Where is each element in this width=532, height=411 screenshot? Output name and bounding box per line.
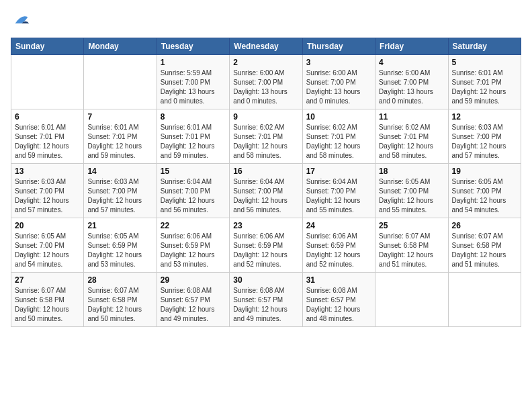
day-number: 15 <box>161 167 226 176</box>
day-cell <box>84 55 157 109</box>
day-number: 22 <box>161 221 226 230</box>
day-info: Sunrise: 6:01 AM Sunset: 7:01 PM Dayligh… <box>452 68 517 106</box>
day-info: Sunrise: 6:07 AM Sunset: 6:58 PM Dayligh… <box>87 286 152 324</box>
day-info: Sunrise: 6:01 AM Sunset: 7:01 PM Dayligh… <box>87 123 152 161</box>
day-header-tuesday: Tuesday <box>157 38 229 55</box>
day-number: 4 <box>379 58 444 67</box>
day-info: Sunrise: 6:05 AM Sunset: 7:00 PM Dayligh… <box>379 177 444 215</box>
day-info: Sunrise: 6:02 AM Sunset: 7:01 PM Dayligh… <box>379 123 444 161</box>
day-number: 1 <box>161 58 226 67</box>
day-cell: 14Sunrise: 6:03 AM Sunset: 7:00 PM Dayli… <box>84 164 157 218</box>
day-info: Sunrise: 6:06 AM Sunset: 6:59 PM Dayligh… <box>306 232 371 269</box>
day-number: 26 <box>452 221 517 230</box>
day-number: 17 <box>306 167 371 176</box>
day-info: Sunrise: 6:00 AM Sunset: 7:00 PM Dayligh… <box>379 68 444 106</box>
day-cell: 8Sunrise: 6:01 AM Sunset: 7:01 PM Daylig… <box>157 109 229 164</box>
day-cell: 6Sunrise: 6:01 AM Sunset: 7:01 PM Daylig… <box>11 109 84 164</box>
day-number: 12 <box>452 112 517 122</box>
day-number: 20 <box>15 221 80 230</box>
day-number: 23 <box>233 221 298 230</box>
day-number: 30 <box>233 275 298 285</box>
day-cell: 21Sunrise: 6:05 AM Sunset: 6:59 PM Dayli… <box>84 218 157 273</box>
day-number: 27 <box>15 275 80 285</box>
day-number: 29 <box>161 275 226 285</box>
day-info: Sunrise: 6:08 AM Sunset: 6:57 PM Dayligh… <box>161 286 226 324</box>
day-number: 10 <box>306 112 371 122</box>
calendar-table: SundayMondayTuesdayWednesdayThursdayFrid… <box>11 38 521 327</box>
day-number: 16 <box>233 167 298 176</box>
day-info: Sunrise: 6:05 AM Sunset: 7:00 PM Dayligh… <box>15 232 80 269</box>
day-cell: 3Sunrise: 6:00 AM Sunset: 7:00 PM Daylig… <box>302 55 375 109</box>
day-cell: 11Sunrise: 6:02 AM Sunset: 7:01 PM Dayli… <box>375 109 448 164</box>
day-cell: 24Sunrise: 6:06 AM Sunset: 6:59 PM Dayli… <box>302 218 375 273</box>
day-cell: 4Sunrise: 6:00 AM Sunset: 7:00 PM Daylig… <box>375 55 448 109</box>
day-cell: 9Sunrise: 6:02 AM Sunset: 7:01 PM Daylig… <box>230 109 302 164</box>
day-number: 11 <box>379 112 444 122</box>
day-info: Sunrise: 6:01 AM Sunset: 7:01 PM Dayligh… <box>15 123 80 161</box>
day-info: Sunrise: 6:07 AM Sunset: 6:58 PM Dayligh… <box>379 232 444 269</box>
day-info: Sunrise: 6:02 AM Sunset: 7:01 PM Dayligh… <box>233 123 298 161</box>
day-cell: 7Sunrise: 6:01 AM Sunset: 7:01 PM Daylig… <box>84 109 157 164</box>
day-info: Sunrise: 6:04 AM Sunset: 7:00 PM Dayligh… <box>233 177 298 215</box>
day-number: 5 <box>452 58 517 67</box>
week-row-5: 27Sunrise: 6:07 AM Sunset: 6:58 PM Dayli… <box>11 273 521 327</box>
day-info: Sunrise: 6:03 AM Sunset: 7:00 PM Dayligh… <box>87 177 152 215</box>
day-header-saturday: Saturday <box>448 38 521 55</box>
day-cell <box>11 55 84 109</box>
day-cell: 13Sunrise: 6:03 AM Sunset: 7:00 PM Dayli… <box>11 164 84 218</box>
day-number: 6 <box>15 112 80 122</box>
day-number: 25 <box>379 221 444 230</box>
day-header-wednesday: Wednesday <box>230 38 302 55</box>
day-number: 8 <box>161 112 226 122</box>
logo-icon <box>12 11 31 30</box>
day-info: Sunrise: 6:08 AM Sunset: 6:57 PM Dayligh… <box>233 286 298 324</box>
day-number: 13 <box>15 167 80 176</box>
day-info: Sunrise: 6:04 AM Sunset: 7:00 PM Dayligh… <box>306 177 371 215</box>
day-cell: 31Sunrise: 6:08 AM Sunset: 6:57 PM Dayli… <box>302 273 375 327</box>
day-info: Sunrise: 6:05 AM Sunset: 6:59 PM Dayligh… <box>87 232 152 269</box>
week-row-4: 20Sunrise: 6:05 AM Sunset: 7:00 PM Dayli… <box>11 218 521 273</box>
day-cell: 16Sunrise: 6:04 AM Sunset: 7:00 PM Dayli… <box>230 164 302 218</box>
day-number: 31 <box>306 275 371 285</box>
day-number: 28 <box>87 275 152 285</box>
day-cell: 28Sunrise: 6:07 AM Sunset: 6:58 PM Dayli… <box>84 273 157 327</box>
day-number: 19 <box>452 167 517 176</box>
day-cell: 30Sunrise: 6:08 AM Sunset: 6:57 PM Dayli… <box>230 273 302 327</box>
day-info: Sunrise: 6:06 AM Sunset: 6:59 PM Dayligh… <box>233 232 298 269</box>
day-header-sunday: Sunday <box>11 38 84 55</box>
day-number: 14 <box>87 167 152 176</box>
page-header <box>11 11 521 30</box>
day-cell: 26Sunrise: 6:07 AM Sunset: 6:58 PM Dayli… <box>448 218 521 273</box>
day-number: 24 <box>306 221 371 230</box>
day-info: Sunrise: 6:00 AM Sunset: 7:00 PM Dayligh… <box>233 68 298 106</box>
week-row-1: 1Sunrise: 5:59 AM Sunset: 7:00 PM Daylig… <box>11 55 521 109</box>
day-header-thursday: Thursday <box>302 38 375 55</box>
day-cell: 10Sunrise: 6:02 AM Sunset: 7:01 PM Dayli… <box>302 109 375 164</box>
day-info: Sunrise: 6:03 AM Sunset: 7:00 PM Dayligh… <box>15 177 80 215</box>
day-number: 21 <box>87 221 152 230</box>
logo <box>11 11 31 30</box>
day-cell: 27Sunrise: 6:07 AM Sunset: 6:58 PM Dayli… <box>11 273 84 327</box>
week-row-2: 6Sunrise: 6:01 AM Sunset: 7:01 PM Daylig… <box>11 109 521 164</box>
day-header-friday: Friday <box>375 38 448 55</box>
day-info: Sunrise: 5:59 AM Sunset: 7:00 PM Dayligh… <box>161 68 226 106</box>
week-row-3: 13Sunrise: 6:03 AM Sunset: 7:00 PM Dayli… <box>11 164 521 218</box>
day-number: 7 <box>87 112 152 122</box>
day-info: Sunrise: 6:03 AM Sunset: 7:00 PM Dayligh… <box>452 123 517 161</box>
day-cell: 5Sunrise: 6:01 AM Sunset: 7:01 PM Daylig… <box>448 55 521 109</box>
day-cell <box>448 273 521 327</box>
day-cell: 1Sunrise: 5:59 AM Sunset: 7:00 PM Daylig… <box>157 55 229 109</box>
day-cell: 2Sunrise: 6:00 AM Sunset: 7:00 PM Daylig… <box>230 55 302 109</box>
days-of-week-row: SundayMondayTuesdayWednesdayThursdayFrid… <box>11 38 521 55</box>
day-cell: 22Sunrise: 6:06 AM Sunset: 6:59 PM Dayli… <box>157 218 229 273</box>
day-header-monday: Monday <box>84 38 157 55</box>
day-info: Sunrise: 6:02 AM Sunset: 7:01 PM Dayligh… <box>306 123 371 161</box>
day-info: Sunrise: 6:01 AM Sunset: 7:01 PM Dayligh… <box>161 123 226 161</box>
day-cell: 19Sunrise: 6:05 AM Sunset: 7:00 PM Dayli… <box>448 164 521 218</box>
day-cell: 18Sunrise: 6:05 AM Sunset: 7:00 PM Dayli… <box>375 164 448 218</box>
day-info: Sunrise: 6:07 AM Sunset: 6:58 PM Dayligh… <box>15 286 80 324</box>
day-cell: 12Sunrise: 6:03 AM Sunset: 7:00 PM Dayli… <box>448 109 521 164</box>
day-cell: 23Sunrise: 6:06 AM Sunset: 6:59 PM Dayli… <box>230 218 302 273</box>
day-cell: 29Sunrise: 6:08 AM Sunset: 6:57 PM Dayli… <box>157 273 229 327</box>
day-number: 9 <box>233 112 298 122</box>
